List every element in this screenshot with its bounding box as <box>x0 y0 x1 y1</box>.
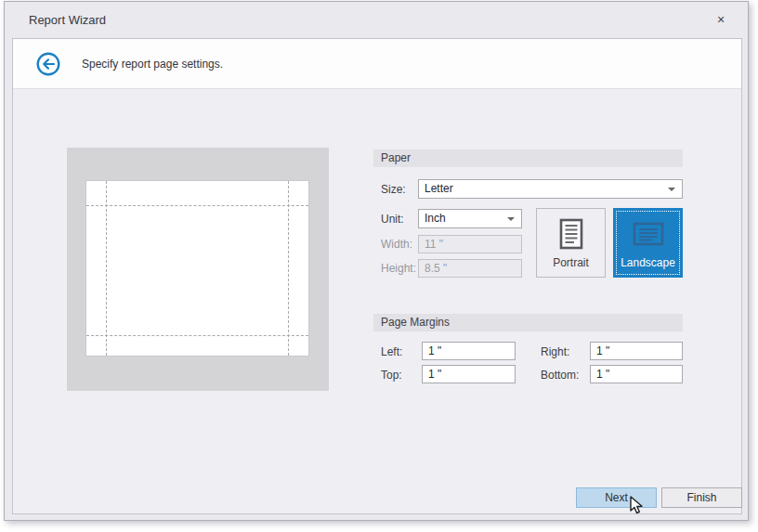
size-combobox[interactable]: Letter <box>418 179 683 199</box>
page-preview <box>85 180 309 357</box>
portrait-button[interactable]: Portrait <box>536 208 606 278</box>
wizard-content-panel: Specify report page settings. Paper Size… <box>12 38 742 514</box>
chevron-down-icon <box>668 188 675 191</box>
margin-guide-bottom <box>86 335 308 336</box>
back-button[interactable] <box>35 51 61 77</box>
finish-button[interactable]: Finish <box>661 487 742 508</box>
landscape-button[interactable]: Landscape <box>613 208 683 278</box>
margin-guide-top <box>86 205 308 206</box>
next-button[interactable]: Next <box>576 487 657 508</box>
title-bar: Report Wizard × <box>5 2 748 38</box>
wizard-instruction: Specify report page settings. <box>82 58 223 71</box>
page-preview-panel <box>67 148 329 391</box>
margin-guide-left <box>106 181 107 356</box>
unit-combobox[interactable]: Inch <box>418 209 522 228</box>
portrait-label: Portrait <box>537 256 605 269</box>
wizard-header: Specify report page settings. <box>13 39 741 89</box>
size-value: Letter <box>425 182 453 195</box>
close-button[interactable]: × <box>712 12 729 29</box>
margin-guide-right <box>288 181 289 356</box>
height-field <box>418 259 522 278</box>
window-title: Report Wizard <box>29 13 106 27</box>
size-label: Size: <box>381 183 406 196</box>
height-label: Height: <box>381 262 416 275</box>
width-field <box>418 235 522 253</box>
close-icon: × <box>717 12 725 27</box>
unit-value: Inch <box>425 212 446 225</box>
page-margins-group-header: Page Margins <box>373 314 683 331</box>
report-wizard-dialog: Report Wizard × Specify report page sett… <box>4 1 749 521</box>
margin-left-field[interactable] <box>422 342 516 360</box>
chevron-down-icon <box>507 217 515 221</box>
margin-bottom-field[interactable] <box>590 365 683 383</box>
margin-right-field[interactable] <box>590 342 683 360</box>
paper-group-header: Paper <box>373 149 683 167</box>
margin-right-label: Right: <box>541 345 569 358</box>
margin-left-label: Left: <box>381 345 402 358</box>
unit-label: Unit: <box>381 213 404 226</box>
width-label: Width: <box>381 238 412 251</box>
portrait-icon <box>557 242 585 255</box>
back-icon <box>35 67 61 80</box>
margin-top-label: Top: <box>381 369 402 382</box>
landscape-label: Landscape <box>614 256 682 269</box>
margin-top-field[interactable] <box>422 365 516 383</box>
margin-bottom-label: Bottom: <box>541 369 579 382</box>
